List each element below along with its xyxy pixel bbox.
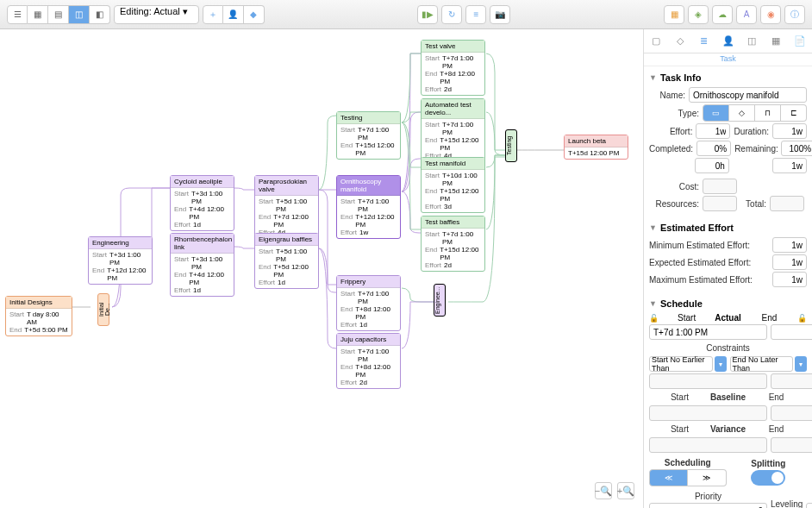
resources-input[interactable] xyxy=(703,196,737,211)
remaining-pct-input[interactable] xyxy=(781,141,812,156)
disclosure-icon: ▼ xyxy=(649,299,657,308)
zoom-in-button[interactable]: +🔍 xyxy=(617,482,634,499)
action-group: ＋ 👤 ◆ xyxy=(203,5,265,24)
section-task-info[interactable]: ▼Task Info xyxy=(649,70,807,85)
cost-input[interactable] xyxy=(703,179,737,194)
completed-h-input[interactable] xyxy=(695,158,729,173)
table-icon[interactable]: ▦ xyxy=(664,5,684,24)
record-icon[interactable]: ◉ xyxy=(760,5,781,24)
tab-custom[interactable]: ▦ xyxy=(764,29,788,53)
lock-end-icon[interactable]: 🔓 xyxy=(797,314,807,323)
node-cycloid[interactable]: Cycloid aeoliple StartT+3d 1:00 PM EndT+… xyxy=(170,175,234,231)
view-resource[interactable]: ▦ xyxy=(28,5,48,24)
node-auto[interactable]: Automated test develo... StartT+7d 1:00 … xyxy=(421,98,485,162)
node-tmani[interactable]: Test manifold StartT+10d 1:00 PM EndT+15… xyxy=(421,157,485,213)
editing-mode-label: Editing: Actual xyxy=(120,6,180,16)
tab-attach[interactable]: 📄 xyxy=(788,29,812,53)
view-calendar[interactable]: ▤ xyxy=(48,5,69,24)
node-eigen[interactable]: Eigengrau baffles StartT+5d 1:00 PM EndT… xyxy=(254,233,319,289)
select-arrow-icon[interactable]: ▾ xyxy=(715,356,727,372)
node-ornithoscopy-selected[interactable]: Ornithoscopy manifold StartT+7d 1:00 PM … xyxy=(336,175,401,239)
disclosure-icon: ▼ xyxy=(649,73,657,82)
constraint-start-date[interactable] xyxy=(649,373,767,389)
constraint-start-select[interactable]: Start No Earlier Than xyxy=(649,356,713,372)
sched-alap[interactable]: ≫ xyxy=(688,469,726,486)
section-est-effort[interactable]: ▼Estimated Effort xyxy=(649,220,807,235)
disclosure-icon: ▼ xyxy=(649,223,657,232)
add-task-button[interactable]: ＋ xyxy=(203,5,223,24)
inspector-tabs: ▢ ◇ ≣ 👤 ◫ ▦ 📄 xyxy=(644,29,812,53)
toolbar: ☰ ▦ ▤ ◫ ◧ Editing: Actual ▾ ＋ 👤 ◆ ▮▶ ↻ ≡… xyxy=(0,0,812,29)
node-initial-collapsed[interactable]: Initial De... xyxy=(97,293,109,326)
baseline-start[interactable] xyxy=(649,405,767,421)
variance-end[interactable] xyxy=(771,437,812,453)
catch-up-button[interactable]: ▮▶ xyxy=(417,5,438,24)
zoom-controls: −🔍 +🔍 xyxy=(595,482,634,499)
node-paras[interactable]: Paraprosdokian valve StartT+5d 1:00 PM E… xyxy=(254,175,319,239)
tab-sublabel: Task xyxy=(644,53,812,66)
view-layout[interactable]: ◧ xyxy=(90,5,110,24)
tab-styles[interactable]: ◫ xyxy=(740,29,764,53)
task-name-input[interactable] xyxy=(689,87,807,103)
node-initial-designs[interactable]: Initial Designs StartT day 8:00 AM EndT+… xyxy=(5,296,72,336)
type-task[interactable]: ▭ xyxy=(703,104,729,122)
view-gantt[interactable]: ☰ xyxy=(7,5,28,24)
sched-asap[interactable]: ≪ xyxy=(649,469,688,486)
actual-start-input[interactable] xyxy=(649,324,767,340)
font-icon[interactable]: A xyxy=(736,5,757,24)
select-arrow-icon[interactable]: ▾ xyxy=(795,356,807,372)
cloud-icon[interactable]: ☁ xyxy=(712,5,733,24)
node-title: Initial Designs xyxy=(6,297,72,309)
node-tbaf[interactable]: Test baffles StartT+7d 1:00 PM EndT+15d … xyxy=(421,216,485,272)
remaining-dur-input[interactable] xyxy=(772,158,807,173)
level-button[interactable]: ≡ xyxy=(465,5,486,24)
min-effort-input[interactable] xyxy=(772,237,807,253)
view-mode-group: ☰ ▦ ▤ ◫ ◧ xyxy=(7,5,110,24)
actual-end-input[interactable] xyxy=(771,324,812,340)
type-milestone[interactable]: ◇ xyxy=(729,104,755,122)
tab-project[interactable]: ▢ xyxy=(644,29,668,53)
styles-icon[interactable]: ◈ xyxy=(688,5,709,24)
priority-input[interactable] xyxy=(649,503,767,508)
add-resource-button[interactable]: 👤 xyxy=(223,5,244,24)
snapshot-button[interactable]: 📷 xyxy=(490,5,510,24)
node-testing-collapsed[interactable]: Testing xyxy=(505,129,517,162)
completed-pct-input[interactable] xyxy=(696,141,731,156)
lock-start-icon[interactable]: 🔓 xyxy=(649,314,659,323)
zoom-out-button[interactable]: −🔍 xyxy=(595,482,612,499)
max-effort-input[interactable] xyxy=(772,272,807,287)
node-engineering[interactable]: Engineering StartT+3d 1:00 PM EndT+12d 1… xyxy=(88,236,153,285)
node-eng-collapsed[interactable]: Enginee... xyxy=(434,284,446,317)
node-test-valve[interactable]: Test valve StartT+7d 1:00 PM EndT+8d 12:… xyxy=(421,40,485,96)
duration-input[interactable] xyxy=(772,123,807,139)
delay-input[interactable] xyxy=(806,503,812,508)
variance-start[interactable] xyxy=(649,437,767,453)
exp-effort-input[interactable] xyxy=(772,254,807,270)
tab-milestone[interactable]: ◇ xyxy=(668,29,692,53)
baseline-end[interactable] xyxy=(771,405,812,421)
node-testing-group[interactable]: Testing StartT+7d 1:00 PM EndT+15d 12:00… xyxy=(336,111,401,160)
node-rhomb[interactable]: Rhombencephalon link StartT+3d 1:00 PM E… xyxy=(170,233,234,297)
editing-mode-select[interactable]: Editing: Actual ▾ xyxy=(114,5,199,24)
node-launch-beta[interactable]: Launch beta T+15d 12:00 PM xyxy=(564,135,628,160)
type-group[interactable]: ⊏ xyxy=(781,104,807,122)
info-icon[interactable]: ⓘ xyxy=(784,5,805,24)
section-schedule[interactable]: ▼Schedule xyxy=(649,296,807,311)
node-frippery[interactable]: Frippery StartT+7d 1:00 PM EndT+8d 12:00… xyxy=(336,275,401,331)
type-hammock[interactable]: ⊓ xyxy=(755,104,781,122)
tab-task[interactable]: ≣ xyxy=(692,29,716,53)
constraint-end-date[interactable] xyxy=(771,373,812,389)
view-network[interactable]: ◫ xyxy=(69,5,90,24)
node-juju[interactable]: Juju capacitors StartT+7d 1:00 PM EndT+8… xyxy=(336,333,401,389)
splitting-toggle[interactable] xyxy=(751,470,785,486)
effort-input[interactable] xyxy=(696,123,730,139)
reschedule-button[interactable]: ↻ xyxy=(441,5,462,24)
total-input[interactable] xyxy=(770,196,804,211)
network-canvas[interactable]: Initial Designs StartT day 8:00 AM EndT+… xyxy=(0,29,643,508)
add-milestone-button[interactable]: ◆ xyxy=(244,5,265,24)
tab-resource[interactable]: 👤 xyxy=(716,29,740,53)
constraint-end-select[interactable]: End No Later Than xyxy=(730,356,794,372)
inspector-panel: ▢ ◇ ≣ 👤 ◫ ▦ 📄 Task ▼Task Info Name: Type… xyxy=(643,29,812,508)
